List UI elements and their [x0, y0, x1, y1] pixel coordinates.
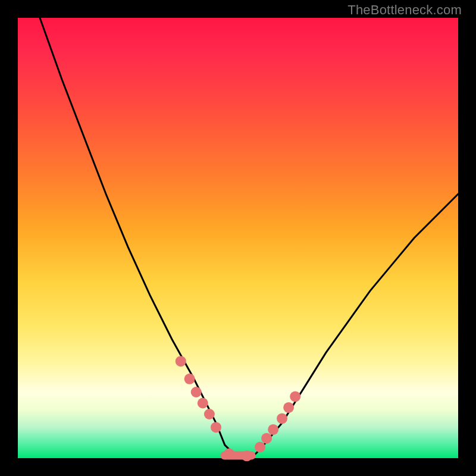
- highlight-markers: [176, 356, 300, 461]
- highlight-dot: [211, 422, 221, 433]
- highlight-dot: [204, 409, 215, 419]
- bottleneck-curve: [40, 18, 458, 458]
- highlight-dot: [198, 398, 208, 409]
- curve-svg: [18, 18, 458, 458]
- trough-bar: [220, 452, 255, 460]
- highlight-dot: [184, 374, 195, 384]
- highlight-dot: [283, 402, 294, 413]
- highlight-dot: [268, 424, 278, 435]
- plot-area: [18, 18, 458, 458]
- highlight-dot: [277, 413, 287, 424]
- highlight-dot: [176, 356, 186, 367]
- watermark-text: TheBottleneck.com: [347, 2, 462, 18]
- highlight-dot: [261, 433, 272, 444]
- chart-frame: TheBottleneck.com: [0, 0, 476, 476]
- highlight-dot: [191, 387, 202, 397]
- highlight-dot: [255, 442, 265, 453]
- highlight-dot: [290, 391, 300, 402]
